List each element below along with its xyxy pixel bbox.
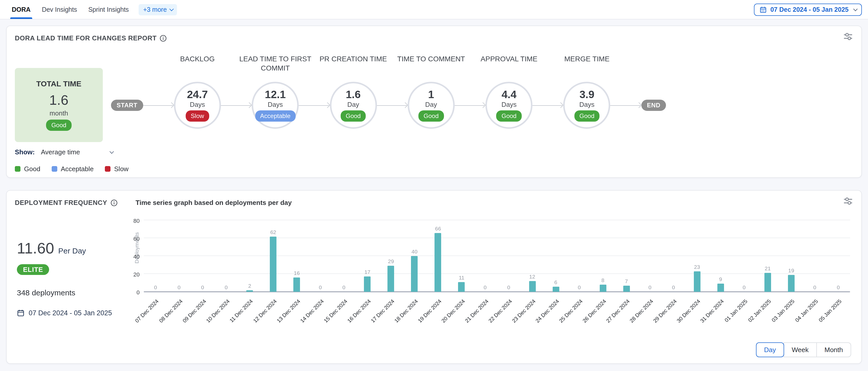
pipeline-start-pill: START xyxy=(111,99,143,111)
stage-name: APPROVAL TIME xyxy=(464,54,554,64)
x-tick-label: 30 Dec 2024 xyxy=(675,298,701,324)
total-time-value: 1.6 xyxy=(49,93,68,108)
total-time-unit: month xyxy=(50,109,68,117)
bar-value-label: 0 xyxy=(578,284,581,290)
pipeline-arrow xyxy=(221,102,252,108)
stage-value: 1 xyxy=(428,89,434,100)
pipeline-flow: STARTBACKLOG24.7DaysSlowLEAD TIME TO FIR… xyxy=(111,81,666,129)
deployment-bar[interactable] xyxy=(599,284,606,292)
legend-swatch xyxy=(15,166,21,172)
bar-slot: 826 Dec 2024 xyxy=(591,220,615,292)
bar-slot: 029 Dec 2024 xyxy=(661,220,685,292)
deployment-rate-unit: Per Day xyxy=(58,246,86,255)
deployment-bar[interactable] xyxy=(458,282,465,292)
deployment-bar[interactable] xyxy=(388,266,394,292)
granularity-week-button[interactable]: Week xyxy=(784,342,817,357)
y-tick-label: 40 xyxy=(120,254,140,260)
stage-unit: Days xyxy=(268,101,283,108)
bar-value-label: 16 xyxy=(294,270,300,276)
tab-dev-insights[interactable]: Dev Insights xyxy=(36,0,83,19)
granularity-month-button[interactable]: Month xyxy=(816,342,851,357)
deployment-bar[interactable] xyxy=(717,284,724,292)
bar-slot: 028 Dec 2024 xyxy=(638,220,661,292)
pipeline-arrow xyxy=(299,102,330,108)
deployment-bar[interactable] xyxy=(270,236,276,292)
stage-unit: Day xyxy=(347,101,359,108)
top-tab-bar: DORADev InsightsSprint Insights +3 more … xyxy=(0,0,868,20)
x-tick-label: 12 Dec 2024 xyxy=(252,298,278,324)
stage-circle: 24.7DaysSlow xyxy=(174,81,221,129)
bar-slot: 931 Dec 2024 xyxy=(709,220,733,292)
deployment-bar[interactable] xyxy=(693,271,700,292)
bar-slot: 1903 Jan 2025 xyxy=(779,220,803,292)
deployment-bar[interactable] xyxy=(435,233,441,292)
bar-value-label: 2 xyxy=(248,282,251,289)
bar-slot: 4018 Dec 2024 xyxy=(403,220,426,292)
x-tick-label: 26 Dec 2024 xyxy=(581,298,607,324)
deployment-bar[interactable] xyxy=(529,281,535,292)
bar-value-label: 21 xyxy=(765,266,771,272)
deployment-bar[interactable] xyxy=(552,286,559,292)
tab-label: Sprint Insights xyxy=(88,6,129,13)
deployment-bar[interactable] xyxy=(411,256,418,292)
x-tick-label: 09 Dec 2024 xyxy=(181,298,207,324)
show-dropdown[interactable]: Show: Average time xyxy=(15,148,113,156)
chevron-down-icon xyxy=(110,149,114,154)
deployment-bar[interactable] xyxy=(293,277,300,292)
deployment-bar[interactable] xyxy=(788,275,795,292)
pipeline-end-pill: END xyxy=(642,99,666,111)
info-icon[interactable] xyxy=(110,199,117,206)
bar-value-label: 0 xyxy=(743,284,746,290)
x-tick-label: 05 Jan 2025 xyxy=(817,298,843,323)
more-tabs-button[interactable]: +3 more xyxy=(138,4,177,15)
info-icon[interactable] xyxy=(160,34,167,42)
stage-circle: 3.9DaysGood xyxy=(563,81,611,129)
bar-slot: 009 Dec 2024 xyxy=(191,220,214,292)
deployment-stats: 11.60 Per Day ELITE 348 deployments 07 D… xyxy=(17,240,112,317)
deployment-settings-button[interactable] xyxy=(843,197,853,207)
y-tick-label: 20 xyxy=(120,271,140,277)
chevron-down-icon xyxy=(169,7,174,11)
lead-time-settings-button[interactable] xyxy=(843,32,853,42)
x-tick-label: 18 Dec 2024 xyxy=(393,298,419,324)
bar-value-label: 0 xyxy=(837,284,840,290)
deployment-bar[interactable] xyxy=(765,273,771,292)
show-value: Average time xyxy=(41,148,80,156)
dashboard: DORADev InsightsSprint Insights +3 more … xyxy=(0,0,868,371)
deployment-bar[interactable] xyxy=(364,277,371,292)
pipeline-arrow xyxy=(143,102,174,108)
granularity-day-button[interactable]: Day xyxy=(756,342,784,357)
deployment-bar[interactable] xyxy=(246,290,253,292)
stage-value: 24.7 xyxy=(187,89,208,100)
tab-sprint-insights[interactable]: Sprint Insights xyxy=(83,0,134,19)
x-tick-label: 15 Dec 2024 xyxy=(322,298,348,324)
tab-dora[interactable]: DORA xyxy=(6,0,36,19)
bar-slot: 010 Dec 2024 xyxy=(214,220,238,292)
stage-name: PR CREATION TIME xyxy=(308,54,398,64)
stage-unit: Days xyxy=(190,101,205,108)
bar-slot: 008 Dec 2024 xyxy=(167,220,191,292)
bar-slot: 005 Jan 2025 xyxy=(827,220,850,292)
stage-circle: 1DayGood xyxy=(408,81,455,129)
x-tick-label: 07 Dec 2024 xyxy=(134,298,160,324)
filter-sliders-icon xyxy=(843,197,853,205)
stage-circle: 12.1DaysAcceptable xyxy=(252,81,299,129)
bar-slot: 211 Dec 2024 xyxy=(238,220,261,292)
bar-slot: 021 Dec 2024 xyxy=(473,220,497,292)
stage-circle: 1.6DayGood xyxy=(330,81,377,129)
bar-value-label: 0 xyxy=(178,284,181,290)
stage-unit: Day xyxy=(425,101,437,108)
legend-swatch xyxy=(52,166,57,172)
y-tick-label: 0 xyxy=(120,289,140,295)
x-tick-label: 03 Jan 2025 xyxy=(770,298,796,323)
deployment-date-range: 07 Dec 2024 - 05 Jan 2025 xyxy=(17,309,112,317)
bar-slot: 014 Dec 2024 xyxy=(308,220,332,292)
date-range-picker[interactable]: 07 Dec 2024 - 05 Jan 2025 xyxy=(754,3,862,15)
deployment-bar[interactable] xyxy=(623,286,630,292)
bar-slot: 6212 Dec 2024 xyxy=(261,220,285,292)
bar-slot: 2330 Dec 2024 xyxy=(685,220,709,292)
bar-slot: 1716 Dec 2024 xyxy=(356,220,379,292)
bar-value-label: 40 xyxy=(411,248,417,255)
stage-status-badge: Good xyxy=(575,110,600,122)
stage-status-badge: Acceptable xyxy=(255,110,296,122)
